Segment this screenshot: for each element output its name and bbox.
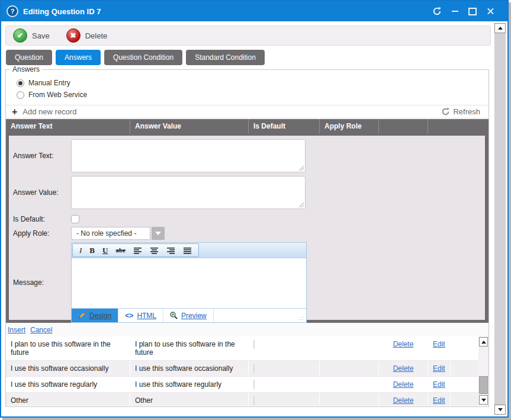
answer-value-field-wrap xyxy=(71,176,306,209)
message-editor-content[interactable] xyxy=(72,258,306,308)
answer-text-field-wrap xyxy=(71,139,306,172)
is-default-checkbox[interactable] xyxy=(71,215,79,223)
is-default-row-checkbox[interactable] xyxy=(253,380,255,389)
dialog-window: ? Editing Question ID 7 xyxy=(0,0,509,418)
dialog-scroll-down-button[interactable] xyxy=(494,405,506,415)
window-controls xyxy=(428,4,507,18)
save-button[interactable]: ✔ Save xyxy=(13,28,50,43)
is-default-row-checkbox[interactable] xyxy=(253,396,255,405)
add-new-record-label: Add new record xyxy=(23,107,76,116)
is-default-row-checkbox[interactable] xyxy=(253,364,255,373)
tab-question-condition[interactable]: Question Condition xyxy=(104,50,182,65)
grid-scroll-up-button[interactable] xyxy=(479,337,488,347)
tab-question[interactable]: Question xyxy=(6,50,52,65)
column-header-answer-value[interactable]: Answer Value xyxy=(130,119,249,134)
tab-strip: Question Answers Question Condition Stan… xyxy=(6,50,265,65)
answers-groupbox: Answers Manual Entry From Web Service xyxy=(5,69,489,407)
table-row[interactable]: I use this software occasionally I use t… xyxy=(6,361,478,377)
maximize-icon xyxy=(468,8,477,15)
underline-button[interactable]: U xyxy=(102,246,108,254)
tab-answers[interactable]: Answers xyxy=(56,50,101,65)
edit-row-link[interactable]: Edit xyxy=(433,340,445,348)
delete-row-link[interactable]: Delete xyxy=(393,364,414,373)
table-row[interactable]: I use this software regularly I use this… xyxy=(6,377,478,393)
editor-mode-preview[interactable]: Preview xyxy=(163,309,214,322)
window-refresh-button[interactable] xyxy=(428,4,446,18)
delete-row-link[interactable]: Delete xyxy=(393,380,414,389)
grid-vertical-scrollbar[interactable] xyxy=(478,336,488,406)
table-row[interactable]: Other Other Delete Edit xyxy=(6,393,478,406)
cell-is-default xyxy=(249,336,320,360)
minimize-button[interactable] xyxy=(446,4,464,18)
cancel-link[interactable]: Cancel xyxy=(30,326,52,334)
justify-button[interactable] xyxy=(183,247,192,254)
grid-header: Answer Text Answer Value Is Default Appl… xyxy=(6,119,488,134)
align-right-button[interactable] xyxy=(166,247,175,254)
tab-standard-condition[interactable]: Standard Condition xyxy=(186,50,265,65)
grid-scroll-down-button[interactable] xyxy=(479,395,488,405)
answer-value-input[interactable] xyxy=(72,177,305,209)
edit-row-link[interactable]: Edit xyxy=(433,364,445,373)
apply-role-dropdown-button[interactable] xyxy=(152,227,165,240)
magnifier-icon xyxy=(170,312,178,319)
dialog-scroll-up-button[interactable] xyxy=(494,23,506,33)
editor-mode-html[interactable]: <> HTML xyxy=(118,309,163,322)
cell-answer-text: I plan to use this software in the futur… xyxy=(6,336,130,360)
editor-mode-html-label: HTML xyxy=(137,312,156,320)
editor-resize-grip-icon[interactable]: .:: xyxy=(298,315,304,321)
action-toolbar: ✔ Save ✖ Delete xyxy=(5,25,491,46)
dialog-body: ✔ Save ✖ Delete Question Answers Questio… xyxy=(1,21,507,416)
delete-button[interactable]: ✖ Delete xyxy=(66,28,108,43)
help-icon: ? xyxy=(7,5,18,17)
cell-delete: Delete xyxy=(379,361,428,376)
bold-button[interactable]: B xyxy=(89,246,95,254)
refresh-label: Refresh xyxy=(453,107,480,116)
apply-role-select[interactable]: - No role specfied - xyxy=(71,227,165,240)
radio-manual-entry[interactable]: Manual Entry xyxy=(17,77,87,89)
add-new-record-button[interactable]: + Add new record xyxy=(12,107,76,116)
is-default-row-checkbox[interactable] xyxy=(253,339,255,349)
delete-button-label: Delete xyxy=(85,31,108,40)
dialog-vertical-scrollbar[interactable] xyxy=(494,23,506,415)
refresh-button[interactable]: Refresh xyxy=(442,107,480,116)
delete-row-link[interactable]: Delete xyxy=(393,396,414,405)
grid-scroll-thumb[interactable] xyxy=(479,376,488,394)
edit-row-link[interactable]: Edit xyxy=(433,380,445,389)
cell-answer-text: Other xyxy=(6,393,130,406)
column-header-answer-text[interactable]: Answer Text xyxy=(6,119,130,134)
cell-is-default xyxy=(249,377,320,392)
column-header-apply-role[interactable]: Apply Role xyxy=(320,119,379,134)
apply-role-selected-value: - No role specfied - xyxy=(71,227,150,240)
answer-text-input[interactable] xyxy=(72,140,305,172)
is-default-row: Is Default: xyxy=(9,214,485,225)
is-default-label: Is Default: xyxy=(9,215,71,223)
cell-apply-role xyxy=(320,336,379,360)
table-row[interactable]: I plan to use this software in the futur… xyxy=(6,336,478,361)
minimize-icon xyxy=(452,11,458,12)
answer-value-row: Answer Value: xyxy=(9,176,485,209)
close-button[interactable] xyxy=(481,4,499,18)
insert-link[interactable]: Insert xyxy=(8,326,25,334)
radio-from-web-service[interactable]: From Web Service xyxy=(17,89,87,101)
align-center-button[interactable] xyxy=(150,247,159,254)
cell-apply-role xyxy=(320,393,379,406)
column-header-is-default[interactable]: Is Default xyxy=(249,119,320,134)
column-header-empty-2 xyxy=(428,119,488,134)
refresh-icon xyxy=(433,7,441,15)
edit-row-link[interactable]: Edit xyxy=(433,396,445,405)
cell-apply-role xyxy=(320,377,379,392)
cell-apply-role xyxy=(320,361,379,376)
cell-edit: Edit xyxy=(428,393,451,406)
delete-row-link[interactable]: Delete xyxy=(393,340,414,348)
maximize-button[interactable] xyxy=(464,4,481,18)
editor-mode-design[interactable]: Design xyxy=(72,309,118,322)
cell-edit: Edit xyxy=(428,377,451,392)
scroll-down-icon xyxy=(481,399,486,402)
cell-answer-value: I use this software regularly xyxy=(130,377,249,392)
italic-button[interactable]: I xyxy=(79,246,82,254)
answers-groupbox-legend: Answers xyxy=(10,65,42,73)
apply-role-row: Apply Role: - No role specfied - xyxy=(9,227,485,240)
align-left-button[interactable] xyxy=(133,247,142,254)
editor-mode-design-label: Design xyxy=(89,312,111,320)
strikethrough-button[interactable]: abe xyxy=(115,247,126,254)
